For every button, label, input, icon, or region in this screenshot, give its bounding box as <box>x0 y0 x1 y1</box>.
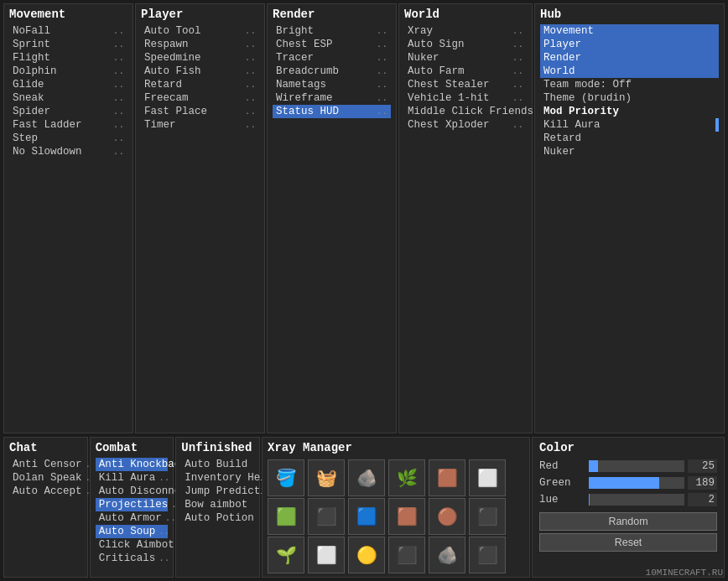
menu-item[interactable]: Inventory Helper <box>181 471 254 485</box>
xray-block-item[interactable]: ⬛ <box>388 537 425 573</box>
menu-item-label: Status HUD <box>276 106 339 117</box>
menu-item[interactable]: Bow aimbot <box>181 498 254 511</box>
menu-item[interactable]: Auto Disconnect.. <box>96 485 169 498</box>
hub-setting-item[interactable]: Theme (brudin) <box>540 91 719 105</box>
hub-category-item[interactable]: World <box>540 65 719 78</box>
menu-item-label: Speedmine <box>144 52 201 64</box>
menu-item[interactable]: Nuker.. <box>404 51 527 65</box>
menu-item[interactable]: Wireframe.. <box>273 91 391 105</box>
menu-item[interactable]: Speedmine.. <box>141 51 259 65</box>
menu-item[interactable]: Dolphin.. <box>9 65 127 78</box>
xray-block-item[interactable]: 🟡 <box>348 537 385 573</box>
menu-item-label: Auto Build <box>185 459 247 470</box>
menu-item[interactable]: Nametags.. <box>273 78 391 91</box>
menu-item[interactable]: Spider.. <box>9 105 127 118</box>
hub-setting-item[interactable]: Team mode: Off <box>540 78 719 91</box>
xray-block-item[interactable]: ⬛ <box>469 498 506 535</box>
menu-item[interactable]: Status HUD.. <box>273 105 391 118</box>
reset-button[interactable]: Reset <box>539 533 717 552</box>
hub-category-item[interactable]: Player <box>540 38 719 51</box>
menu-item[interactable]: Bright.. <box>273 24 391 38</box>
xray-block-item[interactable]: 🟫 <box>388 498 425 535</box>
menu-item[interactable]: Auto Build <box>181 458 254 471</box>
menu-item[interactable]: Auto Fish.. <box>141 65 259 78</box>
hub-category-item[interactable]: Movement <box>540 24 719 38</box>
menu-item[interactable]: Kill Aura.. <box>96 471 169 485</box>
menu-item-label: Nametags <box>276 79 326 91</box>
xray-block-item[interactable]: 🟫 <box>429 459 465 496</box>
menu-item[interactable]: Sprint.. <box>9 38 127 51</box>
menu-item[interactable]: Fast Place.. <box>141 105 259 118</box>
menu-item[interactable]: Step.. <box>9 132 127 145</box>
menu-item[interactable]: Auto Soup.. <box>96 525 169 538</box>
xray-grid: 🪣🧺🪨🌿🟫⬜🟩⬛🟦🟫🟤⬛🌱⬜🟡⬛🪨⬛ <box>268 459 524 573</box>
chat-title: Chat <box>9 441 82 454</box>
menu-item[interactable]: NoFall.. <box>9 24 127 38</box>
xray-block-item[interactable]: ⬛ <box>308 498 345 535</box>
xray-block-item[interactable]: 🪨 <box>429 537 465 573</box>
menu-item[interactable]: Respawn.. <box>141 38 259 51</box>
menu-item[interactable]: Auto Armor.. <box>96 511 169 525</box>
menu-item[interactable]: Flight.. <box>9 51 127 65</box>
menu-item-label: Retard <box>144 79 182 91</box>
menu-item[interactable]: Timer.. <box>141 118 259 132</box>
bottom-right: Xray Manager 🪣🧺🪨🌿🟫⬜🟩⬛🟦🟫🟤⬛🌱⬜🟡⬛🪨⬛ Color Re… <box>262 437 725 578</box>
menu-item[interactable]: Tracer.. <box>273 51 391 65</box>
color-green-track[interactable] <box>589 477 684 489</box>
xray-block-item[interactable]: 🌿 <box>388 459 425 496</box>
xray-block-item[interactable]: 🪣 <box>268 459 304 496</box>
color-blue-label: lue <box>539 494 585 506</box>
menu-item[interactable]: Auto Sign.. <box>404 38 527 51</box>
menu-item[interactable]: Auto Farm.. <box>404 65 527 78</box>
color-red-track[interactable] <box>589 460 684 472</box>
xray-block-item[interactable]: ⬜ <box>469 459 506 496</box>
menu-item[interactable]: Auto Potion <box>181 511 254 525</box>
menu-item-dots: .. <box>245 66 256 76</box>
random-button[interactable]: Random <box>539 512 717 531</box>
menu-item[interactable]: Chest ESP.. <box>273 38 391 51</box>
menu-item[interactable]: Auto Tool.. <box>141 24 259 38</box>
menu-item[interactable]: Fast Ladder.. <box>9 118 127 132</box>
menu-item-dots: .. <box>512 66 523 76</box>
menu-item[interactable]: Sneak.. <box>9 91 127 105</box>
xray-block-item[interactable]: 🧺 <box>308 459 345 496</box>
xray-block-item[interactable]: 🟩 <box>268 498 304 535</box>
color-blue-track[interactable] <box>589 494 684 506</box>
menu-item-label: Bright <box>276 25 314 37</box>
menu-item[interactable]: Glide.. <box>9 78 127 91</box>
lower-section: Chat Anti Censor..Dolan Speak..Auto Acce… <box>3 437 725 578</box>
xray-block-item[interactable]: 🟤 <box>429 498 465 535</box>
menu-item-dots: .. <box>245 120 256 130</box>
menu-item[interactable]: Auto Accept.. <box>9 485 82 498</box>
menu-item[interactable]: Xray.. <box>404 24 527 38</box>
xray-block-item[interactable]: 🪨 <box>348 459 385 496</box>
xray-block-item[interactable]: 🟦 <box>348 498 385 535</box>
menu-item[interactable]: Chest Xploder.. <box>404 118 527 132</box>
menu-item[interactable]: Anti Censor.. <box>9 458 82 471</box>
hub-category-item[interactable]: Render <box>540 51 719 65</box>
menu-item[interactable]: Jump Prediction <box>181 485 254 498</box>
menu-item-label: Chest Xploder <box>408 119 490 131</box>
menu-item[interactable]: Criticals.. <box>96 552 169 565</box>
menu-item[interactable]: Anti Knockback.. <box>96 458 169 471</box>
xray-block-item[interactable]: ⬜ <box>308 537 345 573</box>
menu-item[interactable]: Projectiles.. <box>96 498 169 511</box>
menu-item[interactable]: Retard.. <box>141 78 259 91</box>
menu-item-dots: .. <box>159 473 169 483</box>
menu-item[interactable]: Freecam.. <box>141 91 259 105</box>
menu-item[interactable]: Click Aimbot.. <box>96 538 169 552</box>
menu-item-label: Chest ESP <box>276 39 333 50</box>
menu-item[interactable]: No Slowdown.. <box>9 145 127 158</box>
xray-block-item[interactable]: ⬛ <box>469 537 506 573</box>
menu-item-label: Nuker <box>408 52 439 64</box>
menu-item[interactable]: Dolan Speak.. <box>9 471 82 485</box>
menu-item-label: Auto Armor <box>99 512 162 524</box>
menu-item[interactable]: Middle Click Friends.. <box>404 105 527 118</box>
menu-item[interactable]: Chest Stealer.. <box>404 78 527 91</box>
xray-block-item[interactable]: 🌱 <box>268 537 304 573</box>
color-green-fill <box>589 477 659 489</box>
menu-item[interactable]: Vehicle 1-hit.. <box>404 91 527 105</box>
color-red-value: 25 <box>688 459 717 473</box>
menu-item-dots: .. <box>159 553 169 563</box>
menu-item[interactable]: Breadcrumb.. <box>273 65 391 78</box>
